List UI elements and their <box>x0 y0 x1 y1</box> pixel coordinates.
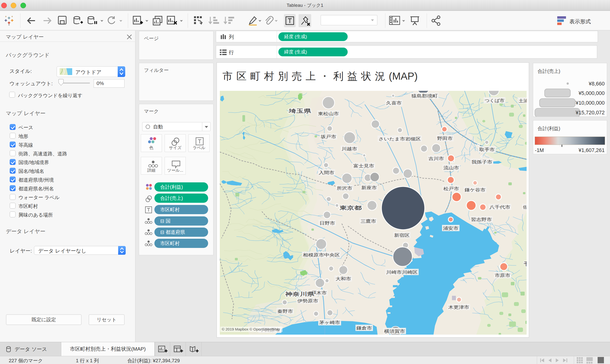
svg-text:所沢市: 所沢市 <box>337 186 352 191</box>
svg-text:久喜市: 久喜市 <box>386 101 402 105</box>
svg-text:© 2019 Mapbox © OpenStreetMap: © 2019 Mapbox © OpenStreetMap <box>222 327 280 331</box>
svg-text:猿島郡境町: 猿島郡境町 <box>411 93 438 98</box>
svg-text:流山市: 流山市 <box>444 165 459 170</box>
svg-text:野田市: 野田市 <box>437 136 453 141</box>
svg-text:我孫子市: 我孫子市 <box>471 159 492 164</box>
svg-text:東京都: 東京都 <box>339 205 362 210</box>
svg-text:鎌ケ谷市: 鎌ケ谷市 <box>465 187 485 192</box>
svg-text:横須賀市: 横須賀市 <box>384 329 405 334</box>
svg-text:大和市: 大和市 <box>335 276 351 281</box>
svg-text:¥15,720,072: ¥15,720,072 <box>575 110 605 116</box>
svg-text:三鷹市: 三鷹市 <box>360 219 376 224</box>
svg-text:川崎市川崎区: 川崎市川崎区 <box>386 270 418 275</box>
svg-text:浦安市: 浦安市 <box>443 226 458 231</box>
svg-text:松戸市: 松戸市 <box>444 186 459 191</box>
svg-text:相模原市中央区: 相模原市中央区 <box>303 253 340 257</box>
svg-text:木更津市: 木更津市 <box>448 305 469 310</box>
svg-text:鎌倉市: 鎌倉市 <box>356 326 372 330</box>
svg-text:市原市: 市原市 <box>495 273 510 278</box>
svg-text:入間市: 入間市 <box>319 170 334 175</box>
svg-text:埼玉県: 埼玉県 <box>289 108 312 114</box>
svg-text:さいたま市岩槻区: さいたま市岩槻区 <box>378 136 421 141</box>
svg-text:茅ヶ崎市: 茅ヶ崎市 <box>319 320 340 325</box>
svg-text:神奈川県: 神奈川県 <box>285 291 315 297</box>
svg-text:新宿区: 新宿区 <box>394 233 410 238</box>
svg-text:つくば市: つくば市 <box>485 98 504 103</box>
svg-text:新座市: 新座市 <box>361 185 377 190</box>
svg-text:吉川市: 吉川市 <box>428 156 444 161</box>
svg-text:秦野市: 秦野市 <box>277 309 293 314</box>
svg-text:富士見市: 富士見市 <box>353 163 374 168</box>
svg-text:¥10,000,000: ¥10,000,000 <box>575 100 605 106</box>
svg-text:千: 千 <box>524 261 527 267</box>
svg-text:¥1,607,261: ¥1,607,261 <box>578 147 605 153</box>
svg-text:習志野市: 習志野市 <box>471 217 492 222</box>
svg-text:坂戸市: 坂戸市 <box>320 134 336 139</box>
svg-text:川越市: 川越市 <box>342 146 357 151</box>
svg-text:日野市: 日野市 <box>319 221 335 226</box>
svg-text:伊勢原市: 伊勢原市 <box>297 299 318 303</box>
svg-text:取手市: 取手市 <box>479 147 495 152</box>
svg-text:八千代市: 八千代市 <box>489 205 510 209</box>
svg-text:¥8,660: ¥8,660 <box>588 81 605 87</box>
svg-text:佐: 佐 <box>523 205 527 209</box>
svg-text:-1M: -1M <box>535 147 544 153</box>
svg-text:¥5,000,000: ¥5,000,000 <box>578 90 605 96</box>
svg-text:東松山市: 東松山市 <box>318 111 339 116</box>
svg-text:土浦: 土浦 <box>519 98 527 103</box>
